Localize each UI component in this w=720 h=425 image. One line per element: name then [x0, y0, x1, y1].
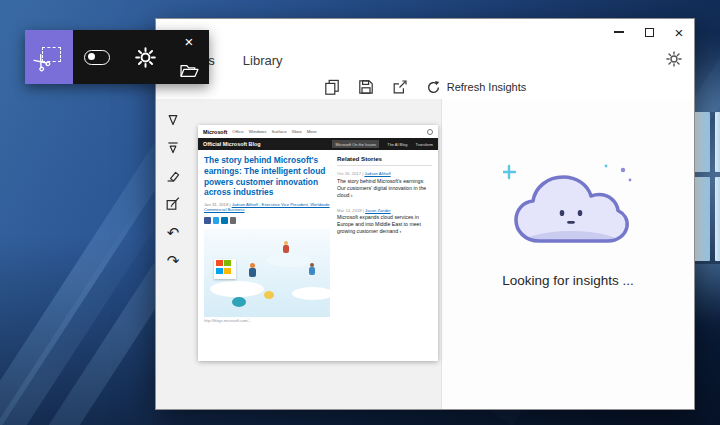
- tab-library[interactable]: Library: [243, 53, 283, 68]
- toggle-button[interactable]: [73, 30, 121, 84]
- canvas-area: ↶ ↷ Microsoft Office Windows Surface Xbo…: [156, 99, 441, 409]
- illustration-cloud: [266, 253, 312, 267]
- refresh-insights-button[interactable]: Refresh Insights: [426, 80, 526, 95]
- snip-nav-item: More: [307, 129, 317, 134]
- settings-button[interactable]: [666, 51, 682, 70]
- toolbar-settings-button[interactable]: [121, 30, 169, 84]
- logo-pane: [693, 112, 710, 172]
- related-story-title: The story behind Microsoft's earnings: O…: [337, 178, 432, 199]
- twitter-icon: [213, 217, 220, 224]
- related-story-author: Judson Althoff: [364, 171, 390, 176]
- toolbar-right-section: ×: [169, 30, 209, 84]
- sparkle-dot: [621, 168, 625, 172]
- snip-insights-window: × Insights Library: [155, 18, 695, 410]
- facebook-icon: [204, 217, 211, 224]
- snip-region-icon: [37, 47, 61, 67]
- pencil-icon: [165, 140, 181, 156]
- related-story-date: Mar 14, 2018 |: [337, 208, 364, 213]
- snip-nav-item: Office: [232, 129, 243, 134]
- illustration-cloud: [210, 281, 264, 297]
- copy-button[interactable]: [324, 79, 340, 95]
- cloud-eye: [560, 210, 565, 216]
- toggle-icon: [84, 50, 110, 65]
- edit-tool-button[interactable]: [162, 195, 184, 213]
- eraser-icon: [165, 168, 181, 184]
- minimize-icon: [614, 31, 624, 32]
- insights-status-text: Looking for insights ...: [502, 273, 633, 288]
- ms-logo-square: [224, 260, 231, 266]
- illustration-cloud: [292, 287, 330, 300]
- close-button[interactable]: ×: [664, 19, 694, 45]
- copy-icon: [324, 79, 340, 95]
- article-illustration: [204, 229, 330, 317]
- edit-icon: [165, 196, 181, 212]
- social-share-row: [204, 217, 330, 224]
- toolbar-close-button[interactable]: ×: [185, 34, 194, 49]
- action-toolbar: Refresh Insights: [156, 75, 694, 99]
- cloud-mouth: [567, 221, 575, 224]
- eraser-tool-button[interactable]: [162, 167, 184, 185]
- toggle-dot: [88, 53, 95, 60]
- article-headline: The story behind Microsoft's earnings: T…: [204, 155, 330, 198]
- gear-icon: [135, 47, 156, 68]
- window-controls: ×: [604, 19, 694, 45]
- snip-article-body: The story behind Microsoft's earnings: T…: [198, 150, 438, 328]
- cloud-illustration: [503, 161, 633, 257]
- drawing-toolbar: ↶ ↷: [156, 111, 190, 269]
- share-button[interactable]: [392, 79, 408, 95]
- redo-button[interactable]: ↷: [162, 251, 184, 269]
- related-story-meta: Mar 14, 2018 | Jason Zander: [337, 208, 432, 213]
- snip-nav-item: Windows: [249, 129, 267, 134]
- titlebar[interactable]: ×: [156, 19, 694, 45]
- minimize-button[interactable]: [604, 19, 634, 45]
- pen-tool-button[interactable]: [162, 111, 184, 129]
- related-story: Mar 14, 2018 | Jason Zander Microsoft ex…: [337, 208, 432, 236]
- related-story-author: Jason Zander: [365, 208, 391, 213]
- snip-nav-item: Xbox: [292, 129, 302, 134]
- related-stories-header: Related Stories: [337, 155, 432, 166]
- pencil-tool-button[interactable]: [162, 139, 184, 157]
- gear-icon: [666, 51, 682, 67]
- open-file-button[interactable]: [180, 64, 199, 78]
- logo-pane: [693, 177, 710, 261]
- related-story-meta: Oct 26, 2017 | Judson Althoff: [337, 171, 432, 176]
- snip-blog-bar: Official Microsoft Blog Microsoft On the…: [198, 138, 438, 150]
- share-icon: [392, 79, 408, 95]
- snipped-image: Microsoft Office Windows Surface Xbox Mo…: [198, 125, 438, 361]
- save-button[interactable]: [358, 79, 374, 95]
- blog-menu-item: The AI Blog: [387, 142, 407, 147]
- snip-nav-item: Surface: [271, 129, 286, 134]
- illustration-person: [309, 267, 315, 275]
- folder-open-icon: [180, 64, 199, 78]
- ms-logo-square: [224, 268, 231, 274]
- snip-site-nav: Microsoft Office Windows Surface Xbox Mo…: [198, 125, 438, 138]
- windows-logo-glow: [693, 112, 720, 264]
- logo-pane: [715, 112, 720, 172]
- illustration-person: [283, 245, 289, 253]
- linkedin-icon: [221, 217, 228, 224]
- insights-panel: Looking for insights ...: [441, 99, 694, 409]
- article-date: Jan 31, 2018 |: [204, 202, 230, 207]
- logo-pane: [715, 177, 720, 261]
- illustration-shape: [264, 291, 274, 299]
- blog-menu-item: Microsoft On the Issues: [332, 140, 379, 147]
- article-byline: Jan 31, 2018 | Judson Althoff - Executiv…: [204, 202, 330, 214]
- source-url: http://blogs.microsoft.com/...: [204, 319, 330, 323]
- ms-logo-square: [216, 260, 223, 266]
- refresh-icon: [426, 80, 441, 95]
- window-content: ↶ ↷ Microsoft Office Windows Surface Xbo…: [156, 99, 694, 409]
- capture-button[interactable]: [25, 30, 73, 84]
- undo-icon: ↶: [167, 225, 180, 240]
- related-story-title: Microsoft expands cloud services in Euro…: [337, 214, 432, 235]
- sparkle-dot: [605, 165, 608, 168]
- save-icon: [358, 79, 374, 95]
- refresh-insights-label: Refresh Insights: [447, 81, 526, 93]
- undo-button[interactable]: ↶: [162, 223, 184, 241]
- blog-menu-item: Transform: [415, 142, 433, 147]
- maximize-icon: [645, 28, 654, 37]
- snip-nav-brand: Microsoft: [203, 129, 227, 135]
- tab-bar: Insights Library: [156, 45, 694, 75]
- maximize-button[interactable]: [634, 19, 664, 45]
- sparkle-dot: [629, 179, 632, 182]
- article-column: The story behind Microsoft's earnings: T…: [204, 155, 330, 323]
